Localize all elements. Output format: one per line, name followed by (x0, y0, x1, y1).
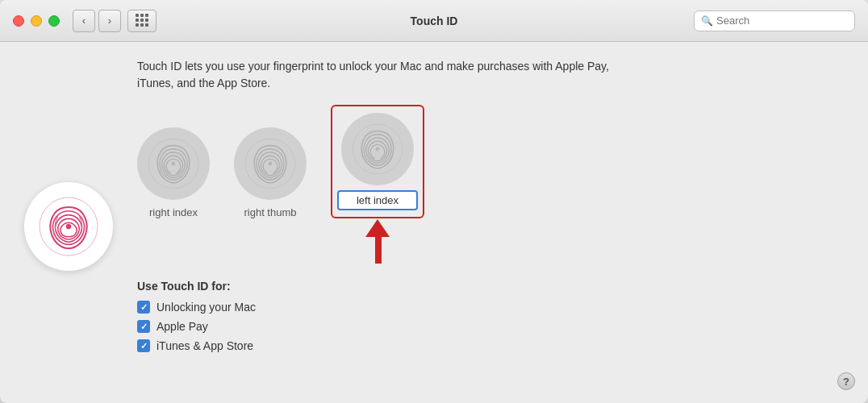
checkmark-icon-3: ✓ (140, 341, 148, 351)
checkbox-label-unlock: Unlocking your Mac (156, 301, 256, 314)
fingerprint-card-right-thumb: right thumb (234, 127, 307, 218)
fp-icon-right-index (145, 135, 202, 192)
maximize-button[interactable] (48, 15, 60, 27)
fingerprint-card-left-index (331, 105, 424, 218)
main-content: Touch ID lets you use your fingerprint t… (0, 42, 868, 403)
fp-label-right-thumb: right thumb (244, 206, 296, 218)
use-section: Use Touch ID for: ✓ Unlocking your Mac ✓… (137, 280, 852, 359)
fp-label-right-index: right index (149, 206, 198, 218)
search-icon: 🔍 (701, 15, 713, 27)
checkbox-label-itunes: iTunes & App Store (156, 339, 253, 352)
checkbox-unlock[interactable]: ✓ (137, 301, 150, 314)
fp-circle-right-index (137, 127, 210, 200)
fingerprint-logo (24, 182, 113, 271)
checkbox-row-unlock: ✓ Unlocking your Mac (137, 301, 852, 314)
svg-point-1 (66, 224, 71, 229)
window-controls (13, 15, 60, 27)
search-bar[interactable]: 🔍 (694, 10, 855, 31)
fp-circle-right-thumb (234, 127, 307, 200)
grid-icon (136, 14, 149, 27)
forward-icon: › (108, 15, 111, 27)
title-bar: ‹ › Touch ID 🔍 (0, 0, 868, 42)
svg-point-3 (172, 162, 176, 166)
forward-button[interactable]: › (98, 10, 121, 32)
description-text: Touch ID lets you use your fingerprint t… (137, 58, 621, 92)
svg-point-5 (269, 162, 273, 166)
back-icon: ‹ (82, 15, 86, 27)
fingerprint-name-input[interactable] (337, 190, 418, 210)
fp-icon-left-index (349, 121, 406, 177)
checkbox-row-itunes: ✓ iTunes & App Store (137, 339, 852, 352)
fp-circle-left-index (341, 113, 414, 185)
window: ‹ › Touch ID 🔍 (0, 0, 868, 403)
checkmark-icon: ✓ (140, 302, 148, 313)
svg-rect-8 (375, 235, 382, 264)
right-panel: Touch ID lets you use your fingerprint t… (137, 58, 852, 387)
left-panel (16, 58, 121, 387)
svg-point-7 (376, 147, 380, 152)
fingerprint-card-right-index: right index (137, 127, 210, 218)
window-title: Touch ID (411, 15, 458, 27)
checkbox-row-applepay: ✓ Apple Pay (137, 320, 852, 333)
grid-view-button[interactable] (127, 10, 156, 32)
red-arrow (357, 219, 398, 275)
help-button[interactable]: ? (837, 372, 855, 390)
back-button[interactable]: ‹ (73, 10, 95, 32)
close-button[interactable] (13, 15, 24, 27)
arrow-svg (357, 219, 398, 272)
nav-buttons: ‹ › (73, 10, 156, 32)
checkmark-icon-2: ✓ (140, 322, 148, 332)
search-input[interactable] (716, 15, 848, 27)
fp-icon-right-thumb (242, 135, 298, 192)
main-fingerprint-icon (36, 194, 101, 259)
checkbox-applepay[interactable]: ✓ (137, 320, 150, 333)
use-section-title: Use Touch ID for: (137, 280, 852, 293)
svg-marker-9 (365, 219, 390, 237)
minimize-button[interactable] (31, 15, 42, 27)
checkbox-label-applepay: Apple Pay (156, 320, 208, 333)
checkbox-itunes[interactable]: ✓ (137, 339, 150, 352)
